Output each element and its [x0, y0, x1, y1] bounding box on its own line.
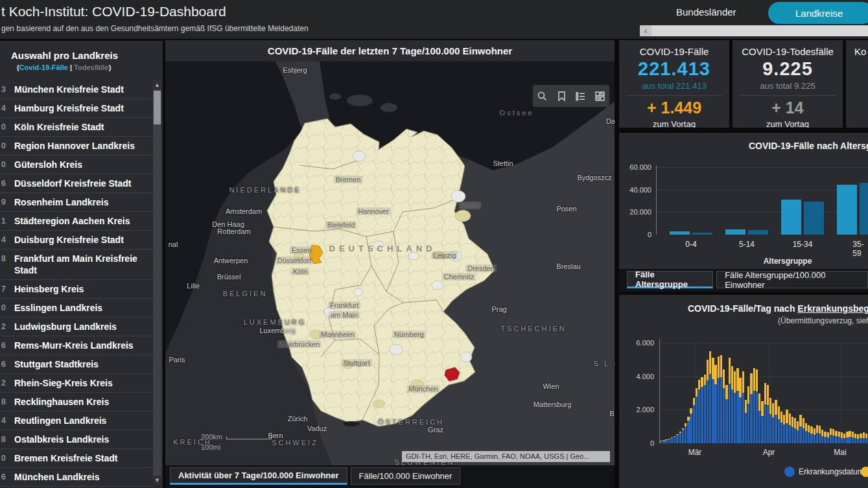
- stacked-bar[interactable]: [832, 429, 834, 443]
- list-item[interactable]: 4Duisburg Kreisfreie Stadt: [0, 231, 153, 250]
- list-item[interactable]: 8Ostalbkreis Landkreis: [0, 430, 153, 449]
- stacked-bar[interactable]: [687, 417, 689, 443]
- list-item[interactable]: 6München Landkreis: [0, 468, 153, 487]
- stacked-bar[interactable]: [772, 403, 774, 443]
- stacked-bar[interactable]: [799, 415, 801, 443]
- stacked-bar[interactable]: [679, 432, 681, 443]
- tab-bundeslaender[interactable]: Bundesländer: [676, 6, 736, 17]
- stacked-bar[interactable]: [698, 380, 700, 443]
- stacked-bar[interactable]: [775, 400, 777, 443]
- bookmark-icon[interactable]: [556, 91, 567, 102]
- stacked-bar[interactable]: [778, 406, 780, 443]
- stacked-bar[interactable]: [665, 439, 667, 443]
- bar-35-59-s0[interactable]: [837, 185, 857, 235]
- list-item[interactable]: 0Bremen Kreisfreie Stadt: [0, 449, 153, 468]
- stacked-bar[interactable]: [731, 366, 733, 443]
- stacked-bar[interactable]: [756, 369, 758, 443]
- stacked-bar[interactable]: [701, 377, 703, 443]
- stacked-bar[interactable]: [712, 358, 714, 443]
- choropleth-map[interactable]: EsbjergOstseeDanStettinBydgoszczNIEDERLA…: [165, 62, 615, 465]
- stacked-bar[interactable]: [671, 437, 673, 443]
- stacked-bar[interactable]: [792, 417, 793, 443]
- list-item[interactable]: 0Esslingen Landkreis: [0, 299, 153, 318]
- list-item[interactable]: 2Ludwigsburg Landkreis: [0, 318, 153, 336]
- list-item[interactable]: 0Region Hannover Landkreis: [0, 137, 153, 156]
- scroll-left-icon[interactable]: ‹: [640, 25, 651, 36]
- list-item[interactable]: 2Rhein-Sieg-Kreis Kreis: [0, 374, 153, 393]
- stacked-bar[interactable]: [767, 385, 769, 443]
- stacked-bar[interactable]: [803, 418, 804, 443]
- stacked-bar[interactable]: [810, 426, 812, 443]
- stacked-bar[interactable]: [838, 432, 840, 443]
- stacked-bar[interactable]: [824, 432, 826, 443]
- stacked-bar[interactable]: [725, 385, 727, 443]
- stacked-bar[interactable]: [676, 434, 678, 443]
- stacked-bar[interactable]: [668, 439, 670, 443]
- stacked-bar[interactable]: [750, 373, 752, 443]
- stacked-bar[interactable]: [865, 434, 867, 444]
- search-icon[interactable]: [537, 91, 548, 102]
- stacked-bar[interactable]: [764, 383, 766, 443]
- stacked-bar[interactable]: [663, 440, 664, 443]
- stacked-bar[interactable]: [794, 418, 796, 443]
- list-item[interactable]: 4Reutlingen Landkreis: [0, 412, 153, 430]
- stacked-bar[interactable]: [696, 388, 698, 443]
- stacked-bar[interactable]: [835, 431, 837, 443]
- stacked-bar[interactable]: [786, 410, 788, 443]
- stacked-bar[interactable]: [709, 351, 711, 443]
- list-item[interactable]: 9Rosenheim Landkreis: [0, 193, 153, 212]
- stacked-bar[interactable]: [723, 369, 725, 443]
- stacked-bar[interactable]: [797, 421, 799, 443]
- list-item[interactable]: 6Stuttgart Stadtkreis: [0, 355, 153, 374]
- map-tab-0[interactable]: Aktivität über 7 Tage/100.000 Einwohner: [170, 467, 347, 485]
- stacked-bar[interactable]: [674, 436, 675, 443]
- stacked-bar[interactable]: [742, 371, 744, 443]
- bar-0-4-s1[interactable]: [692, 233, 712, 235]
- bar-5-14-s0[interactable]: [725, 229, 745, 235]
- stacked-bar[interactable]: [789, 413, 791, 443]
- stacked-bar[interactable]: [690, 408, 692, 443]
- list-item[interactable]: 8Frankfurt am Main Kreisfreie Stadt: [0, 250, 153, 280]
- stacked-bar[interactable]: [805, 423, 807, 443]
- scroll-up-icon[interactable]: ▲: [153, 80, 161, 89]
- stacked-bar[interactable]: [758, 393, 760, 444]
- stacked-bar[interactable]: [720, 355, 722, 443]
- stacked-bar[interactable]: [660, 441, 662, 443]
- horizontal-scrollbar[interactable]: ‹: [640, 25, 868, 36]
- landkreis-list[interactable]: 3München Kreisfreie Stadt4Hamburg Kreisf…: [0, 80, 153, 488]
- stacked-bar[interactable]: [830, 428, 832, 443]
- stacked-bar[interactable]: [849, 431, 850, 443]
- stacked-bar[interactable]: [819, 426, 821, 443]
- list-item[interactable]: 0Gütersloh Kreis: [0, 156, 153, 174]
- list-item[interactable]: 3München Kreisfreie Stadt: [0, 80, 153, 99]
- stacked-bar[interactable]: [808, 425, 810, 443]
- stacked-bar[interactable]: [769, 398, 771, 443]
- stacked-bar[interactable]: [843, 434, 845, 444]
- stacked-bar[interactable]: [816, 425, 818, 443]
- stacked-bar[interactable]: [841, 432, 843, 443]
- scrollbar-thumb[interactable]: [154, 91, 161, 124]
- basemap-grid-icon[interactable]: [594, 91, 605, 102]
- metric-cases-link[interactable]: Covid-19-Fälle: [19, 64, 68, 71]
- sidebar-scrollbar[interactable]: ▲ ▼: [153, 80, 161, 485]
- stacked-bar[interactable]: [846, 432, 848, 443]
- stacked-bar[interactable]: [783, 415, 785, 443]
- bar-35-59-s1[interactable]: [860, 183, 868, 235]
- list-item[interactable]: 8Recklinghausen Kreis: [0, 393, 153, 412]
- metric-deaths-link[interactable]: Todesfälle: [74, 64, 109, 71]
- list-item[interactable]: 1Städteregion Aachen Kreis: [0, 212, 153, 231]
- legend-list-icon[interactable]: [575, 91, 586, 102]
- map-tab-1[interactable]: Fälle/100.000 Einwohner: [351, 467, 461, 485]
- bar-5-14-s1[interactable]: [748, 230, 768, 235]
- stacked-bar[interactable]: [745, 400, 747, 443]
- list-item[interactable]: 7Heinsberg Kreis: [0, 280, 153, 299]
- list-item[interactable]: 6Rems-Murr-Kreis Landkreis: [0, 336, 153, 355]
- stacked-bar[interactable]: [729, 358, 731, 443]
- stacked-bar[interactable]: [753, 368, 755, 443]
- list-item[interactable]: 6Düsseldorf Kreisfreie Stadt: [0, 174, 153, 193]
- erkrankungsbeginn-link[interactable]: Erkrankungsbeg: [797, 303, 868, 314]
- tab-landkreise[interactable]: Landkreise: [768, 2, 868, 24]
- stacked-bar[interactable]: [854, 434, 856, 444]
- stacked-bar[interactable]: [736, 368, 738, 443]
- stacked-bar[interactable]: [685, 423, 686, 443]
